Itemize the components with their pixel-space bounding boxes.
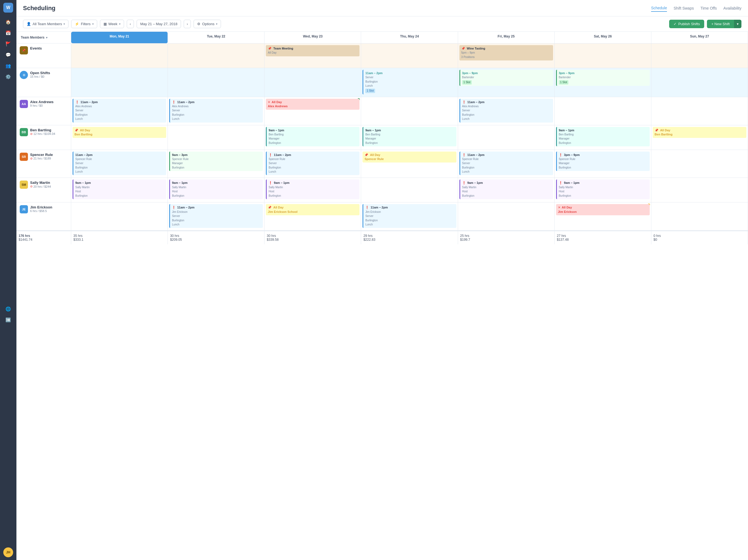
- jim-allday-wed[interactable]: 📌 All Day Jim Erickson School: [266, 204, 359, 215]
- filters-button[interactable]: ⚡ Filters ▾: [71, 20, 97, 28]
- alex-tue[interactable]: ❗ 11am – 2pm Alex Andrews Server Burling…: [168, 97, 264, 125]
- nav-schedule[interactable]: Schedule: [651, 5, 667, 12]
- jim-sun[interactable]: [651, 202, 748, 230]
- ben-shift-thu[interactable]: 9am – 1pm Ben Bartling Manager Burlingto…: [363, 127, 456, 147]
- open-shift-thu[interactable]: 11am – 2pm Server Burlington Lunch 1 Slo…: [363, 70, 456, 94]
- sally-tue[interactable]: 9am – 1pm Sally Martin Host Burlington: [168, 178, 264, 202]
- ben-shift-wed[interactable]: 9am – 1pm Ben Bartling Manager Burlingto…: [266, 127, 359, 147]
- team-members-filter[interactable]: 👤 All Team Members ▾: [23, 20, 68, 28]
- next-week-button[interactable]: ›: [184, 20, 191, 28]
- jim-fri[interactable]: [458, 202, 555, 230]
- ben-tue[interactable]: [168, 125, 264, 150]
- spencer-shift-wed[interactable]: ❗ 11am – 2pm Spencer Rule Server Burling…: [266, 151, 359, 175]
- spencer-sun[interactable]: [651, 150, 748, 178]
- user-avatar[interactable]: JH: [3, 547, 13, 557]
- spencer-shift-tue[interactable]: 9am – 3pm Spencer Rule Manager Burlingto…: [169, 151, 263, 171]
- jim-shift-thu[interactable]: ❗ 11am – 2pm Jim Erickson Server Burling…: [363, 204, 456, 228]
- sally-wed[interactable]: ❗ 9am – 1pm Sally Martin Host Burlington: [264, 178, 361, 202]
- sidebar-home[interactable]: 🏠: [3, 17, 13, 27]
- events-wed[interactable]: 📌 Team Meeting All Day: [264, 44, 361, 68]
- open-wed[interactable]: [264, 68, 361, 97]
- open-thu[interactable]: 11am – 2pm Server Burlington Lunch 1 Slo…: [361, 68, 458, 97]
- jim-wed[interactable]: 📌 All Day Jim Erickson School: [264, 202, 361, 230]
- nav-availability[interactable]: Availability: [723, 5, 742, 11]
- sally-sun[interactable]: [651, 178, 748, 202]
- spencer-mon[interactable]: 11am – 2pm Spencer Rule Server Burlingto…: [71, 150, 168, 178]
- event-wine-tasting[interactable]: 📌 Wine Tasting 5pm – 9pm 3 Positions: [460, 45, 553, 60]
- jim-thu[interactable]: ❗ 11am – 2pm Jim Erickson Server Burling…: [361, 202, 458, 230]
- sidebar-arrow[interactable]: ➡️: [3, 315, 13, 325]
- sidebar-schedule[interactable]: 📅: [3, 28, 13, 38]
- row-group-select[interactable]: Team Members ▾: [19, 34, 50, 41]
- spencer-fri[interactable]: ❗ 11am – 2pm Spencer Rule Server Burling…: [458, 150, 555, 178]
- jim-sat[interactable]: ✕ All Day Jim Erickson: [555, 202, 651, 230]
- spencer-allday-thu[interactable]: 📌 All Day Spencer Rule: [363, 151, 456, 163]
- new-shift-button[interactable]: + New Shift: [707, 20, 734, 28]
- events-mon[interactable]: [71, 44, 168, 68]
- spencer-shift-sat[interactable]: ❗ 3pm – 9pm Spencer Rule Manager Burling…: [556, 151, 650, 171]
- open-fri[interactable]: 3pm – 9pm Bartender 1 Slot: [458, 68, 555, 97]
- ben-sun[interactable]: 📌 All Day Ben Bartling: [651, 125, 748, 150]
- events-sun[interactable]: [651, 44, 748, 68]
- events-fri[interactable]: 📌 Wine Tasting 5pm – 9pm 3 Positions: [458, 44, 555, 68]
- ben-allday-mon[interactable]: 📌 All Day Ben Bartling: [73, 127, 166, 138]
- prev-week-button[interactable]: ‹: [127, 20, 134, 28]
- nav-time-offs[interactable]: Time Offs: [700, 5, 717, 11]
- alex-mon[interactable]: ❗ 11am – 2pm Alex Andrews Server Burling…: [71, 97, 168, 125]
- open-tue[interactable]: [168, 68, 264, 97]
- open-mon[interactable]: [71, 68, 168, 97]
- open-shift-fri[interactable]: 3pm – 9pm Bartender 1 Slot: [460, 70, 553, 86]
- sally-sat[interactable]: ❗ 9am – 1pm Sally Martin Host Burlington: [555, 178, 651, 202]
- new-shift-caret[interactable]: ▾: [734, 20, 742, 28]
- jim-allday-sat[interactable]: ✕ All Day Jim Erickson: [556, 204, 650, 215]
- ben-wed[interactable]: 9am – 1pm Ben Bartling Manager Burlingto…: [264, 125, 361, 150]
- open-sun[interactable]: [651, 68, 748, 97]
- sally-fri[interactable]: ❗ 9am – 1pm Sally Martin Host Burlington: [458, 178, 555, 202]
- ben-mon[interactable]: 📌 All Day Ben Bartling: [71, 125, 168, 150]
- alex-shift-fri[interactable]: ❗ 11am – 2pm Alex Andrews Server Burling…: [460, 99, 553, 123]
- ben-shift-sat[interactable]: 9am – 1pm Ben Bartling Manager Burlingto…: [556, 127, 650, 147]
- spencer-wed[interactable]: ❗ 11am – 2pm Spencer Rule Server Burling…: [264, 150, 361, 178]
- spencer-shift-fri[interactable]: ❗ 11am – 2pm Spencer Rule Server Burling…: [460, 151, 553, 175]
- sidebar-flag[interactable]: 🚩: [3, 39, 13, 49]
- sidebar-team[interactable]: 👥: [3, 61, 13, 71]
- date-range-display[interactable]: May 21 – May 27, 2018: [137, 20, 181, 28]
- events-sat[interactable]: [555, 44, 651, 68]
- jim-mon[interactable]: [71, 202, 168, 230]
- jim-shift-tue[interactable]: ❗ 11am – 2pm Jim Erickson Server Burling…: [169, 204, 263, 228]
- alex-wed[interactable]: ✕ All Day Alex Andrews: [264, 97, 361, 125]
- sally-shift-sat[interactable]: ❗ 9am – 1pm Sally Martin Host Burlington: [556, 179, 650, 199]
- spencer-thu[interactable]: 📌 All Day Spencer Rule: [361, 150, 458, 178]
- spencer-tue[interactable]: 9am – 3pm Spencer Rule Manager Burlingto…: [168, 150, 264, 178]
- alex-thu[interactable]: [361, 97, 458, 125]
- ben-fri[interactable]: [458, 125, 555, 150]
- events-thu[interactable]: [361, 44, 458, 68]
- alex-shift-mon[interactable]: ❗ 11am – 2pm Alex Andrews Server Burling…: [73, 99, 166, 123]
- sally-thu[interactable]: [361, 178, 458, 202]
- week-button[interactable]: ▦ Week ▾: [100, 20, 124, 28]
- alex-sun[interactable]: [651, 97, 748, 125]
- spencer-shift-mon[interactable]: 11am – 2pm Spencer Rule Server Burlingto…: [73, 151, 166, 175]
- sally-shift-tue[interactable]: 9am – 1pm Sally Martin Host Burlington: [169, 179, 263, 199]
- nav-shift-swaps[interactable]: Shift Swaps: [674, 5, 694, 11]
- alex-allday-wed[interactable]: ✕ All Day Alex Andrews: [266, 99, 359, 110]
- event-team-meeting[interactable]: 📌 Team Meeting All Day: [266, 45, 359, 56]
- open-shift-sat[interactable]: 3pm – 9pm Bartender 1 Slot: [556, 70, 650, 86]
- ben-sat[interactable]: 9am – 1pm Ben Bartling Manager Burlingto…: [555, 125, 651, 150]
- alex-sat[interactable]: [555, 97, 651, 125]
- sally-mon[interactable]: 9am – 1pm Sally Martin Host Burlington: [71, 178, 168, 202]
- sally-shift-fri[interactable]: ❗ 9am – 1pm Sally Martin Host Burlington: [460, 179, 553, 199]
- options-button[interactable]: ⚙ Options ▾: [193, 20, 221, 28]
- alex-fri[interactable]: ❗ 11am – 2pm Alex Andrews Server Burling…: [458, 97, 555, 125]
- open-sat[interactable]: 3pm – 9pm Bartender 1 Slot: [555, 68, 651, 97]
- sidebar-settings[interactable]: ⚙️: [3, 72, 13, 81]
- events-tue[interactable]: [168, 44, 264, 68]
- jim-tue[interactable]: ❗ 11am – 2pm Jim Erickson Server Burling…: [168, 202, 264, 230]
- alex-shift-tue[interactable]: ❗ 11am – 2pm Alex Andrews Server Burling…: [169, 99, 263, 123]
- sally-shift-mon[interactable]: 9am – 1pm Sally Martin Host Burlington: [73, 179, 166, 199]
- sidebar-chat[interactable]: 💬: [3, 50, 13, 59]
- ben-allday-sun[interactable]: 📌 All Day Ben Bartling: [653, 127, 746, 138]
- spencer-sat[interactable]: ❗ 3pm – 9pm Spencer Rule Manager Burling…: [555, 150, 651, 178]
- sidebar-globe[interactable]: 🌐: [3, 304, 13, 314]
- sally-shift-wed[interactable]: ❗ 9am – 1pm Sally Martin Host Burlington: [266, 179, 359, 199]
